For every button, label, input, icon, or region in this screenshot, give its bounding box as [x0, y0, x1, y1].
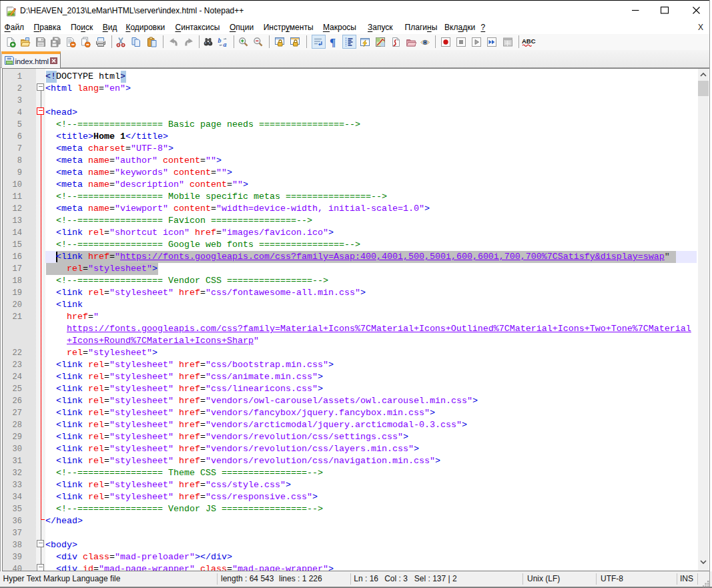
svg-text:¶: ¶ — [330, 37, 336, 47]
svg-text:a: a — [223, 40, 226, 47]
svg-text:ABC: ABC — [522, 37, 536, 44]
svg-text:b: b — [218, 37, 221, 44]
